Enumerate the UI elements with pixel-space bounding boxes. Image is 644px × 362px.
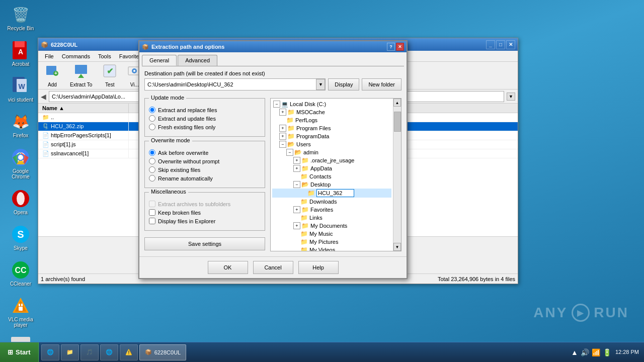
- cb-display-explorer[interactable]: [149, 218, 155, 224]
- tree-expand-programfiles[interactable]: +: [279, 125, 286, 132]
- tree-item-oracle[interactable]: + 📁 .oracle_jre_usage: [272, 156, 391, 164]
- tree-item-contacts[interactable]: 📁 Contacts: [272, 172, 391, 180]
- display-button[interactable]: Display: [328, 78, 359, 90]
- vlc-icon[interactable]: VLC media player: [3, 294, 39, 330]
- tree-view[interactable]: − 💻 Local Disk (C:) + 📁 MSOCache: [271, 99, 393, 251]
- winrar-restore-btn[interactable]: □: [496, 40, 505, 49]
- radio-ask-before[interactable]: [149, 149, 155, 156]
- tree-item-users[interactable]: − 📂 Users: [272, 140, 391, 148]
- overwrite-option-1[interactable]: Overwrite without prompt: [149, 158, 261, 164]
- cb-keep-broken[interactable]: [149, 209, 155, 216]
- taskbar-item-chrome[interactable]: 🌐: [100, 344, 118, 360]
- update-mode-option-1[interactable]: Extract and update files: [149, 115, 261, 122]
- scroll-track[interactable]: [393, 107, 401, 243]
- menu-file[interactable]: File: [41, 52, 58, 60]
- tree-item-favorites[interactable]: + 📁 Favorites: [272, 206, 391, 214]
- start-button[interactable]: ⊞ Start: [0, 342, 39, 363]
- winrar-close-btn[interactable]: ✕: [506, 40, 515, 49]
- clock[interactable]: 12:28 PM: [615, 348, 639, 356]
- tree-expand-programdata[interactable]: +: [279, 133, 286, 140]
- tree-expand-oracle[interactable]: +: [293, 157, 300, 164]
- overwrite-option-3[interactable]: Rename automatically: [149, 175, 261, 182]
- tree-expand-users[interactable]: −: [279, 141, 286, 148]
- radio-fresh-only[interactable]: [149, 124, 155, 130]
- winrar-minimize-btn[interactable]: _: [486, 40, 495, 49]
- tab-advanced[interactable]: Advanced: [178, 55, 217, 66]
- recycle-bin-icon[interactable]: 🗑️ Recycle Bin: [3, 3, 39, 33]
- tree-item-msocache[interactable]: + 📁 MSOCache: [272, 108, 391, 116]
- taskbar-item-media[interactable]: 🎵: [80, 344, 99, 360]
- scroll-down-btn[interactable]: ▼: [393, 243, 401, 251]
- radio-skip-existing[interactable]: [149, 166, 155, 173]
- tree-item-root[interactable]: − 💻 Local Disk (C:): [272, 100, 391, 108]
- toolbar-add-btn[interactable]: + Add: [41, 62, 64, 89]
- tray-icon-network[interactable]: 📶: [592, 348, 600, 356]
- tree-item-myvideos[interactable]: 📁 My Videos: [272, 246, 391, 251]
- back-btn[interactable]: ◀: [41, 93, 46, 101]
- radio-extract-update[interactable]: [149, 115, 155, 122]
- word-icon[interactable]: W vici student: [3, 74, 39, 105]
- firefox-icon[interactable]: 🦊 Firefox: [3, 110, 39, 140]
- overwrite-option-0[interactable]: Ask before overwrite: [149, 149, 261, 156]
- tree-scrollbar[interactable]: ▲ ▼: [393, 99, 401, 251]
- tree-item-perflogs[interactable]: 📁 PerfLogs: [272, 116, 391, 124]
- address-dropdown[interactable]: ▼: [507, 93, 515, 101]
- save-settings-button[interactable]: Save settings: [144, 237, 265, 250]
- tree-expand-mydocs[interactable]: +: [293, 222, 300, 229]
- update-mode-option-2[interactable]: Fresh existing files only: [149, 124, 261, 130]
- overwrite-option-2[interactable]: Skip existing files: [149, 166, 261, 173]
- tree-item-programdata[interactable]: + 📁 ProgramData: [272, 132, 391, 140]
- tree-item-links[interactable]: 📁 Links: [272, 214, 391, 222]
- ccleaner-icon[interactable]: CC CCleaner: [3, 258, 39, 289]
- tree-expand-desktop[interactable]: −: [293, 181, 300, 188]
- chrome-icon[interactable]: Google Chrome: [3, 145, 39, 182]
- tree-item-desktop[interactable]: − 📂 Desktop: [272, 180, 391, 189]
- tree-item-downloads[interactable]: 📁 Downloads: [272, 198, 391, 206]
- tray-icon-up[interactable]: ▲: [571, 348, 578, 356]
- tree-expand-appdata[interactable]: +: [293, 165, 300, 172]
- col-name[interactable]: Name ▲: [38, 104, 129, 113]
- tree-expand-favorites[interactable]: +: [293, 206, 300, 213]
- tree-expand-admin[interactable]: −: [286, 149, 293, 156]
- menu-tools[interactable]: Tools: [94, 52, 115, 60]
- dialog-help-btn[interactable]: ?: [387, 43, 395, 51]
- radio-extract-replace[interactable]: [149, 107, 155, 113]
- acrobat-icon[interactable]: A Acrobat: [3, 38, 39, 69]
- taskbar-item-winrar[interactable]: 📦 6228C0UL: [139, 344, 187, 360]
- new-folder-button[interactable]: New folder: [362, 78, 401, 90]
- menu-commands[interactable]: Commands: [58, 52, 94, 60]
- tab-general[interactable]: General: [142, 55, 177, 66]
- dest-path-input[interactable]: [145, 79, 316, 90]
- tree-item-hcu362[interactable]: 📁: [272, 189, 391, 198]
- dialog-close-btn[interactable]: ✕: [396, 43, 404, 51]
- opera-icon[interactable]: Opera: [3, 187, 39, 217]
- tree-item-programfiles[interactable]: + 📁 Program Files: [272, 124, 391, 132]
- taskbar-item-alert[interactable]: ⚠️: [120, 344, 138, 360]
- scroll-thumb[interactable]: [394, 112, 401, 132]
- update-mode-option-0[interactable]: Extract and replace files: [149, 107, 261, 113]
- tree-expand-root[interactable]: −: [273, 101, 280, 108]
- tree-item-mymusic[interactable]: 📁 My Music: [272, 230, 391, 238]
- tree-expand-msocache[interactable]: +: [279, 109, 286, 116]
- misc-option-1[interactable]: Keep broken files: [149, 209, 261, 216]
- misc-option-2[interactable]: Display files in Explorer: [149, 218, 261, 224]
- tree-item-appdata[interactable]: + 📁 AppData: [272, 164, 391, 172]
- dest-path-dropdown[interactable]: ▼: [316, 79, 325, 90]
- taskbar-item-explorer[interactable]: 📁: [61, 344, 79, 360]
- tray-icon-battery[interactable]: 🔋: [603, 348, 611, 356]
- radio-overwrite-no-prompt[interactable]: [149, 158, 155, 164]
- radio-rename-auto[interactable]: [149, 175, 155, 182]
- tree-item-admin[interactable]: − 📂 admin: [272, 148, 391, 156]
- ok-button[interactable]: OK: [208, 261, 248, 274]
- tree-item-mypictures[interactable]: 📁 My Pictures: [272, 238, 391, 246]
- tree-hcu362-editbox[interactable]: [316, 189, 354, 197]
- toolbar-test-btn[interactable]: ✔ Test: [98, 62, 121, 89]
- scroll-up-btn[interactable]: ▲: [393, 99, 401, 107]
- tree-item-mydocs[interactable]: + 📁 My Documents: [272, 222, 391, 230]
- skype-icon[interactable]: S Skype: [3, 222, 39, 253]
- tray-icon-sound[interactable]: 🔊: [581, 348, 589, 356]
- taskbar-item-ie[interactable]: 🌐: [41, 344, 59, 360]
- help-button[interactable]: Help: [298, 261, 339, 274]
- misc-option-0[interactable]: Extract archives to subfolders: [149, 201, 261, 207]
- toolbar-extract-btn[interactable]: Extract To: [65, 62, 97, 89]
